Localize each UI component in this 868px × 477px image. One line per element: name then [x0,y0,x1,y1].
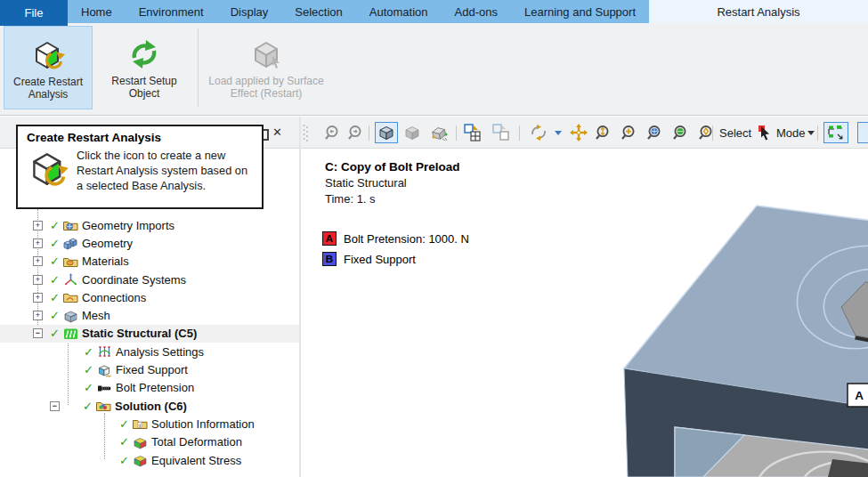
zoom-fit-green-icon[interactable] [670,122,691,143]
ribbon: Create Restart Analysis Restart Setup Ob… [0,23,868,116]
tree-item-analysis-settings[interactable]: ✓ Analysis Settings [0,343,299,360]
tab-display[interactable]: Display [217,0,282,23]
expand-icon[interactable]: + [33,275,43,285]
tree-item-label: Materials [82,255,129,268]
tab-automation[interactable]: Automation [356,0,442,23]
zoom-icon[interactable] [593,122,613,143]
expand-icon[interactable]: + [33,293,43,303]
load-badge-b: B [322,252,337,266]
tree-item-label: Bolt Pretension [116,381,194,394]
tree-item-bolt-pretension[interactable]: ✓ Bolt Pretension [0,379,299,397]
tab-selection[interactable]: Selection [281,0,355,23]
collapse-icon[interactable]: − [33,328,43,338]
result-cube-icon [132,435,149,449]
folder-globe-icon [62,218,79,232]
coordinate-axes-icon [62,272,79,287]
ribbon-separator [198,28,199,107]
static-structural-icon [62,327,79,341]
tree-item-equivalent-stress[interactable]: ✓ Equivalent Stress [0,451,299,469]
tab-add-ons[interactable]: Add-ons [442,0,511,23]
tree-item-geometry-imports[interactable]: +✓Geometry Imports [0,216,299,234]
tab-environment[interactable]: Environment [126,0,217,23]
analysis-subtitle: Static Structural [325,176,407,190]
expand-icon[interactable]: + [33,221,43,230]
zoom-prev-icon[interactable] [322,122,342,143]
toolbar-grip[interactable] [302,122,309,143]
tab-home[interactable]: Home [68,0,126,23]
edge-color-cube-icon[interactable] [429,122,450,143]
toolbar-separator [456,125,457,141]
check-icon: ✓ [50,219,62,232]
create-restart-analysis-button[interactable]: Create Restart Analysis [4,26,93,109]
result-cube-icon [132,453,149,467]
load-badge-a: A [322,231,337,246]
pan-icon[interactable] [568,122,589,143]
geometry-cubes-icon [62,236,79,250]
toolbar-separator [712,125,713,141]
check-icon: ✓ [50,273,62,287]
shaded-cube-icon[interactable] [402,122,422,143]
dropdown-caret[interactable] [807,122,815,143]
cursor-select-icon[interactable] [756,122,774,143]
solution-info-icon: i [132,416,149,431]
tree-item-static-structural-c5-[interactable]: −✓Static Structural (C5) [0,325,299,343]
tree-item-fixed-support[interactable]: ✓ Fixed Support [0,360,299,378]
graphics-viewport[interactable]: A C: Copy of Bolt Preload Static Structu… [301,149,868,477]
tab-learning-and-support[interactable]: Learning and Support [511,0,649,23]
gray-cube-cursor-icon [248,34,284,75]
tooltip-body: Click the icon to create a new Restart A… [77,148,255,194]
tree-item-solution-information[interactable]: ✓iSolution Information [0,415,299,433]
fixed-support-icon [96,363,113,377]
partial-next-icon[interactable] [857,122,868,143]
check-icon: ✓ [50,237,62,250]
wireframe-select-icon[interactable] [823,122,848,143]
restart-setup-object-button[interactable]: Restart Setup Object [96,26,192,109]
tree-item-solution-c6-[interactable]: −✓Solution (C6) [0,397,299,415]
rotate-icon[interactable] [527,122,550,143]
split-window-alt-icon[interactable] [491,122,514,143]
mode-label: Mode [776,122,806,143]
expand-icon[interactable]: + [33,311,43,320]
dropdown-caret[interactable] [554,122,563,143]
tree-item-label: Solution Information [151,417,255,431]
tree-item-coordinate-systems[interactable]: +✓ Coordinate Systems [0,271,299,288]
tab-restart-analysis[interactable]: Restart Analysis [649,0,868,23]
tree-item-label: Fixed Support [116,363,188,376]
expand-icon[interactable]: + [33,238,43,248]
zoom-extents-icon[interactable] [696,122,717,143]
view-cube-icon[interactable] [375,122,398,143]
model-load-label: A [848,384,868,407]
create-restart-tooltip: Create Restart Analysis Click the icon t… [16,125,264,209]
zoom-fit-icon[interactable] [645,122,665,143]
check-icon: ✓ [50,255,62,268]
bolt-pretension-icon [96,381,113,395]
tree-item-label: Coordinate Systems [82,273,186,287]
split-window-icon[interactable] [462,122,485,143]
tooltip-title: Create Restart Analysis [27,131,255,144]
mesh-cube-icon [62,309,79,323]
svg-text:A: A [855,389,864,402]
load-item-b: B Fixed Support [322,252,416,266]
select-label: Select [719,122,751,143]
collapse-icon[interactable]: − [50,401,60,411]
check-icon: ✓ [50,309,62,322]
load-text-a: Bolt Pretension: 1000. N [344,232,469,246]
expand-icon[interactable]: + [33,256,43,266]
tree-item-geometry[interactable]: +✓ Geometry [0,234,299,252]
solution-folder-icon [95,399,112,413]
tab-strip: HomeEnvironmentDisplaySelectionAutomatio… [68,0,868,23]
bolt-preload-model: A [301,149,868,477]
folder-connections-icon [62,290,79,304]
close-icon[interactable]: ✕ [272,125,282,139]
tab-file[interactable]: File [0,0,68,26]
load-text-b: Fixed Support [344,253,416,266]
tree-item-materials[interactable]: +✓Materials [0,253,299,271]
tree-item-total-deformation[interactable]: ✓ Total Deformation [0,433,299,451]
tab-bar: HomeEnvironmentDisplaySelectionAutomatio… [0,0,868,23]
zoom-box-icon[interactable] [619,122,639,143]
check-icon: ✓ [119,454,132,467]
tree-item-connections[interactable]: +✓Connections [0,288,299,306]
zoom-next-icon[interactable] [345,122,365,143]
tree-item-mesh[interactable]: +✓ Mesh [0,306,299,324]
tree-item-label: Mesh [82,309,110,322]
